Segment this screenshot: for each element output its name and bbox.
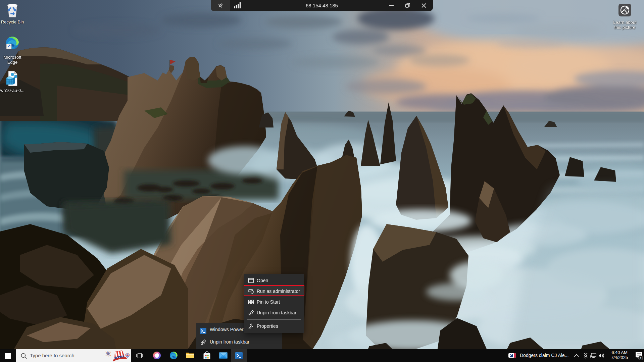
svg-text:2: 2 (640, 357, 641, 360)
